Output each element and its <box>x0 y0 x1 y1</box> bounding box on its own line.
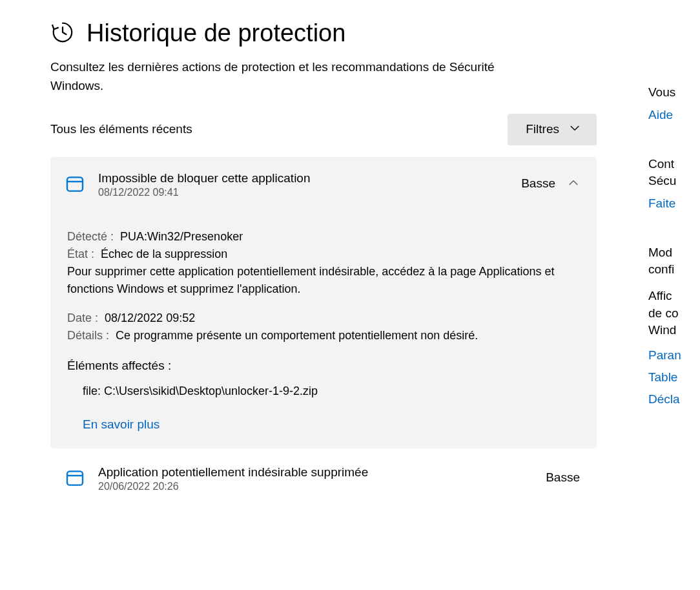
details-value: Ce programme présente un comportement po… <box>116 329 478 342</box>
app-icon <box>65 171 85 196</box>
date-value: 08/12/2022 09:52 <box>105 311 195 324</box>
svg-rect-0 <box>67 177 83 191</box>
history-icon <box>50 20 75 47</box>
filters-button[interactable]: Filtres <box>508 114 597 145</box>
side-panel: Vous Aide Cont Sécu Faite Mod confi Affi… <box>623 19 700 590</box>
chevron-up-icon <box>567 176 580 191</box>
affected-items-title: Éléments affectés : <box>67 359 580 373</box>
page-subtitle: Consultez les dernières actions de prote… <box>50 58 541 96</box>
affected-file: file: C:\Users\sikid\Desktop\unlocker-1-… <box>67 385 580 398</box>
details-label: Détails : <box>67 329 109 342</box>
filter-bar: Tous les éléments récents Filtres <box>50 114 597 145</box>
side-link[interactable]: Décla <box>648 392 700 406</box>
history-item: Impossible de bloquer cette application … <box>50 157 597 448</box>
history-item-timestamp: 08/12/2022 09:41 <box>98 187 508 198</box>
side-group-title: Mod confi <box>648 244 700 279</box>
detected-value: PUA:Win32/Presenoker <box>120 230 243 243</box>
app-icon <box>65 465 85 490</box>
history-item-details: Détecté : PUA:Win32/Presenoker État : Éc… <box>50 209 597 448</box>
recent-items-label: Tous les éléments récents <box>50 122 192 136</box>
side-link[interactable]: Aide <box>648 108 700 122</box>
detected-label: Détecté : <box>67 230 114 243</box>
instruction-text: Pour supprimer cette application potenti… <box>67 263 580 298</box>
page-header: Historique de protection <box>50 19 597 47</box>
history-item-header[interactable]: Application potentiellement indésirable … <box>50 451 597 503</box>
side-group-title: Cont Sécu <box>648 156 700 190</box>
side-group-title: Vous <box>648 84 700 101</box>
severity-badge: Basse <box>521 176 555 191</box>
page-title: Historique de protection <box>87 19 345 47</box>
side-link[interactable]: Table <box>648 370 700 385</box>
history-item: Application potentiellement indésirable … <box>50 451 597 503</box>
state-value: Échec de la suppression <box>101 248 227 260</box>
date-label: Date : <box>67 311 98 324</box>
history-item-header[interactable]: Impossible de bloquer cette application … <box>50 157 597 209</box>
side-link[interactable]: Paran <box>648 348 700 363</box>
chevron-down-icon <box>568 121 581 138</box>
history-item-title: Impossible de bloquer cette application <box>98 171 508 185</box>
severity-badge: Basse <box>546 470 580 485</box>
filters-button-label: Filtres <box>526 122 559 136</box>
history-item-title: Application potentiellement indésirable … <box>98 465 533 479</box>
learn-more-link[interactable]: En savoir plus <box>67 417 160 432</box>
history-item-timestamp: 20/06/2022 20:26 <box>98 481 533 492</box>
side-group-desc: Affic de co Wind <box>648 288 700 339</box>
svg-rect-2 <box>67 471 83 485</box>
side-link[interactable]: Faite <box>648 196 700 211</box>
state-label: État : <box>67 248 94 260</box>
